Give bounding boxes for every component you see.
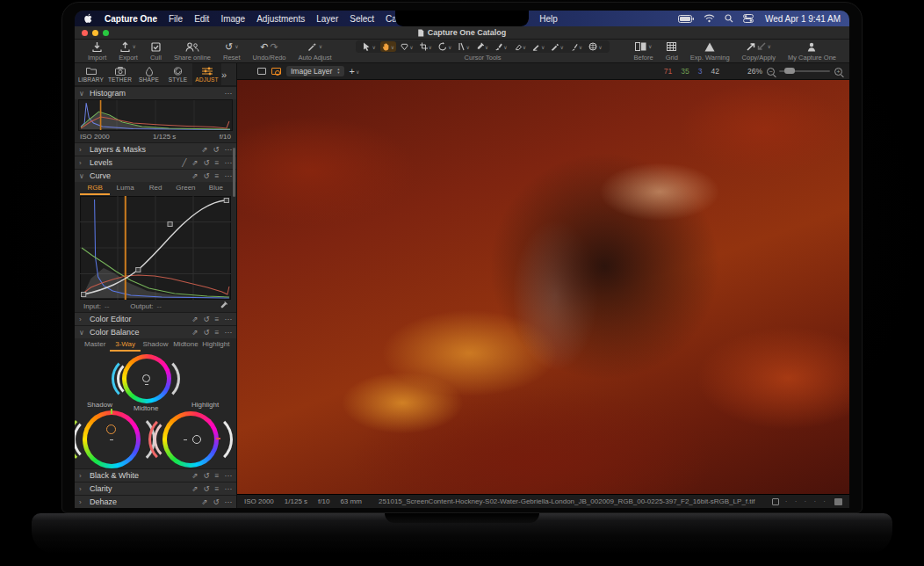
color-balance-panel-header[interactable]: ∨ Color Balance ⇗ ↺ ≡ ⋯ xyxy=(75,325,236,338)
more-icon[interactable]: ⋯ xyxy=(225,326,233,339)
cb-tab-master[interactable]: Master xyxy=(80,338,110,352)
tab-tether[interactable]: TETHER xyxy=(105,63,134,85)
sidebar-scrollbar[interactable] xyxy=(233,148,235,197)
erase-mask-tool[interactable]: ∨ xyxy=(512,41,528,52)
levels-panel-header[interactable]: › Levels ╱ ⇗ ↺ ≡ ⋯ xyxy=(75,156,236,169)
copy-adjustments-icon[interactable]: ⇗ xyxy=(191,483,198,496)
copy-adjustments-icon[interactable]: ⇗ xyxy=(201,496,207,509)
grid-button[interactable]: Grid xyxy=(660,40,684,62)
cb-tab-shadow[interactable]: Shadow xyxy=(141,338,170,352)
black-white-panel-header[interactable]: › Black & White ⇗ ↺ ≡ ⋯ xyxy=(75,468,236,482)
apple-logo-icon[interactable] xyxy=(83,13,93,24)
color-editor-panel-header[interactable]: › Color Editor ⇗ ↺ ≡ ⋯ xyxy=(75,312,236,325)
more-icon[interactable]: ⋯ xyxy=(225,313,233,326)
loupe-tool[interactable]: ∨ xyxy=(399,41,415,52)
cull-button[interactable]: Cull xyxy=(144,40,168,62)
curve-tab-green[interactable]: Green xyxy=(170,182,200,195)
heal-tool[interactable]: ∨ xyxy=(568,41,584,52)
menu-file[interactable]: File xyxy=(169,14,183,24)
curve-tab-blue[interactable]: Blue xyxy=(201,182,231,195)
cb-tab-midtone[interactable]: Midtone xyxy=(170,338,200,352)
minimize-window-button[interactable] xyxy=(92,30,98,36)
copy-adjustments-icon[interactable]: ⇗ xyxy=(191,170,198,183)
filmstrip-toggle-icon[interactable] xyxy=(834,498,842,505)
zoom-slider-handle[interactable] xyxy=(784,68,795,74)
midtone-wheel-handle[interactable] xyxy=(142,374,150,382)
tab-adjust[interactable]: ADJUST xyxy=(192,63,221,85)
copy-adjustments-icon[interactable]: ⇗ xyxy=(191,313,198,326)
zoom-window-button[interactable] xyxy=(103,30,109,36)
reset-adjustments-icon[interactable]: ↺ xyxy=(203,483,209,496)
shadow-color-wheel[interactable] xyxy=(83,410,141,468)
clarity-panel-header[interactable]: › Clarity ⇗ ↺ ≡ ⋯ xyxy=(75,482,236,495)
my-capture-one-button[interactable]: My Capture One xyxy=(782,40,842,62)
highlight-color-wheel[interactable] xyxy=(162,411,219,468)
before-button[interactable]: ∨ Before xyxy=(628,40,660,62)
layer-select[interactable]: Image Layer ▴▾ xyxy=(286,66,344,76)
reset-adjustments-icon[interactable]: ↺ xyxy=(203,170,209,183)
menu-image[interactable]: Image xyxy=(220,14,245,24)
single-view-icon[interactable] xyxy=(257,68,266,75)
reset-adjustments-icon[interactable]: ↺ xyxy=(213,143,219,156)
more-icon[interactable]: ⋯ xyxy=(225,87,233,100)
menubar-app-name[interactable]: Capture One xyxy=(105,14,157,24)
more-icon[interactable]: ⋯ xyxy=(225,469,233,483)
pick-levels-icon[interactable]: ╱ xyxy=(182,156,186,170)
straighten-tool[interactable]: ∨ xyxy=(456,41,471,52)
undo-redo-button[interactable]: ↶↷ Undo/Redo xyxy=(247,40,292,62)
reset-adjustments-icon[interactable]: ↺ xyxy=(203,313,209,326)
dehaze-panel-header[interactable]: › Dehaze ⇗ ↺ ⋯ xyxy=(75,495,236,508)
curve-picker-icon[interactable] xyxy=(220,301,227,311)
zoom-out-icon[interactable]: − xyxy=(767,68,775,76)
wifi-icon[interactable] xyxy=(704,14,715,23)
pan-hand-tool[interactable]: ∨ xyxy=(380,41,396,52)
more-icon[interactable]: ⋯ xyxy=(225,143,233,156)
more-icon[interactable]: ⋯ xyxy=(225,170,233,183)
add-layer-button[interactable]: +∨ xyxy=(350,66,360,76)
draw-mask-tool[interactable]: ∨ xyxy=(493,41,509,52)
export-button[interactable]: ∨ Export xyxy=(112,40,144,62)
tab-shape[interactable]: SHAPE xyxy=(134,63,163,85)
radial-gradient-tool[interactable]: ∨ xyxy=(549,41,565,52)
reset-adjustments-icon[interactable]: ↺ xyxy=(213,496,219,509)
reset-adjustments-icon[interactable]: ↺ xyxy=(203,326,209,339)
tab-library[interactable]: LIBRARY xyxy=(76,63,105,85)
menu-layer[interactable]: Layer xyxy=(316,14,338,24)
crop-tool[interactable]: ∨ xyxy=(418,41,434,52)
reset-adjustments-icon[interactable]: ↺ xyxy=(203,156,209,170)
menu-select[interactable]: Select xyxy=(350,14,374,24)
histogram-panel-header[interactable]: ∨ Histogram ⋯ xyxy=(75,86,236,99)
menu-adjustments[interactable]: Adjustments xyxy=(256,14,305,24)
tab-style[interactable]: STYLE xyxy=(163,63,192,85)
import-button[interactable]: Import xyxy=(82,40,112,62)
highlight-wheel-handle[interactable] xyxy=(192,435,201,444)
reset-adjustments-icon[interactable]: ↺ xyxy=(203,469,209,483)
zoom-level[interactable]: 26% xyxy=(747,67,762,76)
curve-tab-rgb[interactable]: RGB xyxy=(80,182,110,195)
control-center-icon[interactable] xyxy=(743,14,754,23)
spot-removal-tool[interactable]: ∨ xyxy=(587,41,603,52)
copy-adjustments-icon[interactable]: ⇗ xyxy=(191,469,198,483)
share-online-button[interactable]: Share online xyxy=(168,40,217,62)
linear-gradient-tool[interactable]: ∨ xyxy=(531,41,546,52)
more-tabs-button[interactable]: » xyxy=(221,69,227,80)
copy-apply-button[interactable]: ∨ Copy/Apply xyxy=(736,40,782,62)
multi-view-icon[interactable] xyxy=(244,68,252,76)
shadow-wheel-handle[interactable] xyxy=(106,424,116,434)
presets-icon[interactable]: ≡ xyxy=(215,170,220,183)
battery-icon[interactable] xyxy=(678,15,694,23)
cb-tab-highlight[interactable]: Highlight xyxy=(201,338,231,352)
close-window-button[interactable] xyxy=(82,30,88,36)
menu-edit[interactable]: Edit xyxy=(194,14,209,24)
presets-icon[interactable]: ≡ xyxy=(215,156,220,170)
cb-tab-3way[interactable]: 3-Way xyxy=(110,338,140,352)
auto-adjust-button[interactable]: ∨ Auto Adjust xyxy=(292,40,338,62)
proof-margin-icon[interactable] xyxy=(772,498,779,505)
proof-view-icon[interactable] xyxy=(271,68,281,75)
zoom-in-icon[interactable]: + xyxy=(834,68,842,76)
midtone-color-wheel[interactable] xyxy=(122,354,171,403)
more-icon[interactable]: ⋯ xyxy=(225,156,233,170)
menubar-clock[interactable]: Wed Apr 1 9:41 AM xyxy=(765,14,841,24)
photo-canvas[interactable] xyxy=(237,80,849,494)
rotate-tool[interactable]: ∨ xyxy=(437,41,453,52)
